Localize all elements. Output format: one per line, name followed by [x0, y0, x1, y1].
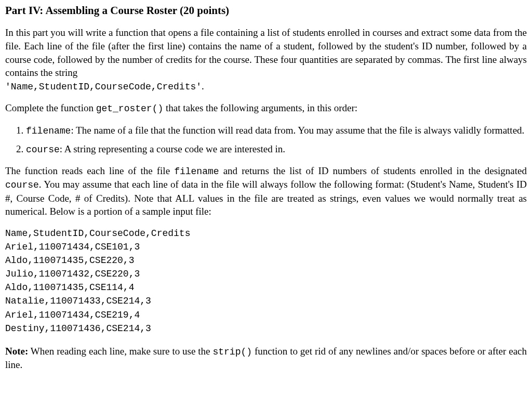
desc-b: and returns the list of ID numbers of st…	[219, 165, 527, 176]
arguments-list: filename: The name of a file that the fu…	[5, 124, 527, 156]
complete-text-b: that takes the following arguments, in t…	[163, 102, 357, 113]
section-heading: Part IV: Assembling a Course Roster (20 …	[5, 3, 527, 18]
course-code: course	[5, 180, 39, 190]
filename-code: filename	[174, 166, 219, 177]
desc-a: The function reads each line of the file	[5, 165, 174, 176]
note-paragraph: Note: When reading each line, make sure …	[5, 345, 527, 372]
note-label: Note:	[5, 346, 28, 357]
complete-function-paragraph: Complete the function get_roster() that …	[5, 101, 527, 115]
intro-text: In this part you will write a function t…	[5, 27, 527, 78]
arg1-text: : The name of a file that the function w…	[71, 125, 524, 136]
argument-item-2: course: A string representing a course c…	[26, 142, 527, 156]
function-name-code: get_roster()	[96, 103, 164, 114]
arg1-code: filename	[26, 126, 71, 136]
strip-code: strip()	[212, 347, 252, 357]
arg2-text: : A string representing a course code we…	[60, 143, 285, 154]
desc-c: . You may assume that each line of data …	[5, 179, 527, 217]
header-string-code: 'Name,StudentID,CourseCode,Credits'	[5, 82, 202, 92]
sample-file-block: Name,StudentID,CourseCode,Credits Ariel,…	[5, 227, 527, 335]
arg2-code: course	[26, 145, 60, 155]
complete-text-a: Complete the function	[5, 102, 96, 113]
note-a: When reading each line, make sure to use…	[28, 346, 212, 357]
description-paragraph: The function reads each line of the file…	[5, 164, 527, 218]
argument-item-1: filename: The name of a file that the fu…	[26, 124, 527, 137]
intro-paragraph: In this part you will write a function t…	[5, 26, 527, 93]
intro-period: .	[202, 81, 204, 91]
